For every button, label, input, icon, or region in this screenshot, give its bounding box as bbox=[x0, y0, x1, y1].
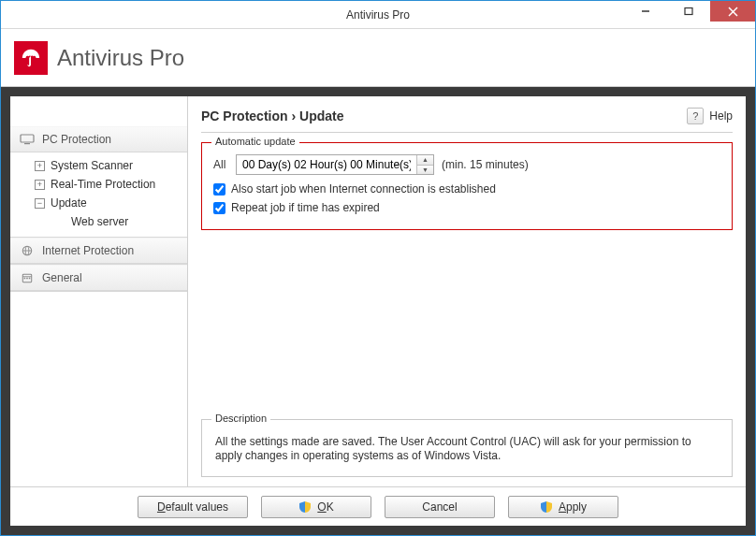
tree-item-system-scanner[interactable]: + System Scanner bbox=[10, 156, 187, 175]
shield-icon bbox=[540, 500, 553, 514]
checkbox-label: Also start job when Internet connection … bbox=[231, 182, 496, 196]
minimize-button[interactable] bbox=[624, 1, 667, 22]
window-title: Antivirus Pro bbox=[132, 8, 624, 22]
content-frame: PC Protection + System Scanner + Real-Ti… bbox=[1, 87, 755, 535]
button-label: Cancel bbox=[422, 500, 457, 514]
checkbox-label: Repeat job if time has expired bbox=[231, 201, 380, 214]
description-text: All the settings made are saved. The Use… bbox=[213, 431, 720, 467]
description-group: Description All the settings made are sa… bbox=[201, 419, 733, 477]
app-header: Antivirus Pro bbox=[1, 29, 755, 87]
svg-rect-4 bbox=[21, 135, 34, 142]
sidebar-label: General bbox=[42, 271, 82, 284]
sidebar-header-general[interactable]: General bbox=[10, 265, 187, 291]
sidebar-label: PC Protection bbox=[42, 133, 111, 146]
checkbox-start-on-connection-row: Also start job when Internet connection … bbox=[213, 182, 720, 196]
group-legend: Automatic update bbox=[211, 136, 299, 147]
sidebar-section-pc-protection: PC Protection + System Scanner + Real-Ti… bbox=[10, 126, 187, 238]
sidebar-section-internet-protection: Internet Protection bbox=[10, 238, 187, 265]
main-panel: PC Protection › Update ? Help Automatic … bbox=[188, 96, 746, 486]
sidebar: PC Protection + System Scanner + Real-Ti… bbox=[10, 96, 188, 486]
sidebar-section-general: General bbox=[10, 265, 187, 292]
footer: DDefault valuesefault values OKOK Cancel… bbox=[10, 486, 746, 526]
checkbox-repeat-expired[interactable] bbox=[213, 202, 225, 214]
maximize-button[interactable] bbox=[667, 1, 710, 22]
titlebar: Antivirus Pro bbox=[1, 1, 755, 29]
spin-down-button[interactable]: ▼ bbox=[417, 166, 433, 175]
tree-item-web-server[interactable]: Web server bbox=[10, 212, 187, 231]
interval-hint: (min. 15 minutes) bbox=[442, 158, 529, 171]
monitor-icon bbox=[20, 134, 35, 145]
tree-label: System Scanner bbox=[51, 158, 133, 173]
breadcrumb: PC Protection › Update bbox=[201, 109, 343, 123]
tree-item-realtime[interactable]: + Real-Time Protection bbox=[10, 175, 187, 194]
interval-input[interactable] bbox=[237, 155, 416, 174]
shield-icon bbox=[298, 500, 312, 514]
svg-rect-1 bbox=[685, 8, 692, 15]
window-controls bbox=[624, 1, 755, 28]
expand-icon[interactable]: + bbox=[35, 180, 45, 190]
sidebar-header-pc-protection[interactable]: PC Protection bbox=[10, 126, 187, 152]
collapse-icon[interactable]: − bbox=[35, 198, 45, 209]
tree-label: Update bbox=[51, 196, 87, 210]
interval-lead: All bbox=[213, 158, 236, 171]
globe-icon bbox=[20, 245, 35, 256]
tree-pc-protection: + System Scanner + Real-Time Protection … bbox=[10, 152, 187, 237]
ok-button[interactable]: OKOK bbox=[261, 496, 371, 518]
app-title: Antivirus Pro bbox=[57, 45, 184, 71]
interval-spinner: ▲ ▼ bbox=[416, 155, 433, 174]
svg-rect-5 bbox=[24, 143, 30, 144]
apply-button[interactable]: ApplyApply bbox=[508, 496, 618, 518]
close-icon bbox=[728, 7, 738, 17]
group-legend: Description bbox=[211, 413, 270, 424]
sidebar-header-internet-protection[interactable]: Internet Protection bbox=[10, 238, 187, 264]
app-window: Antivirus Pro Antivirus Pro bbox=[0, 0, 756, 536]
close-button[interactable] bbox=[710, 1, 755, 22]
help-button[interactable]: ? Help bbox=[687, 108, 733, 124]
tree-item-update[interactable]: − Update bbox=[10, 194, 187, 212]
default-values-button[interactable]: DDefault valuesefault values bbox=[138, 496, 248, 518]
spin-up-button[interactable]: ▲ bbox=[417, 155, 433, 166]
interval-input-box: ▲ ▼ bbox=[236, 154, 434, 175]
automatic-update-group: Automatic update All ▲ ▼ (min. 15 minute… bbox=[201, 142, 733, 230]
breadcrumb-section: PC Protection bbox=[201, 109, 288, 123]
tree-label: Real-Time Protection bbox=[51, 177, 155, 192]
expand-icon[interactable]: + bbox=[35, 161, 45, 171]
checkbox-start-on-connection[interactable] bbox=[213, 183, 225, 196]
help-label: Help bbox=[709, 109, 733, 123]
brand-logo bbox=[14, 41, 48, 75]
maximize-icon bbox=[684, 7, 693, 16]
cancel-button[interactable]: Cancel bbox=[385, 496, 495, 518]
breadcrumb-page: Update bbox=[299, 109, 343, 123]
tree-spacer bbox=[55, 217, 65, 227]
tree-label: Web server bbox=[71, 214, 128, 229]
help-icon: ? bbox=[687, 108, 704, 124]
umbrella-icon bbox=[21, 48, 41, 68]
calendar-icon bbox=[20, 272, 35, 283]
minimize-icon bbox=[641, 7, 650, 16]
interval-row: All ▲ ▼ (min. 15 minutes) bbox=[213, 154, 720, 175]
main-header: PC Protection › Update ? Help bbox=[201, 108, 733, 133]
checkbox-repeat-expired-row: Repeat job if time has expired bbox=[213, 201, 720, 214]
content-body: PC Protection + System Scanner + Real-Ti… bbox=[10, 96, 746, 486]
sidebar-label: Internet Protection bbox=[42, 244, 134, 257]
